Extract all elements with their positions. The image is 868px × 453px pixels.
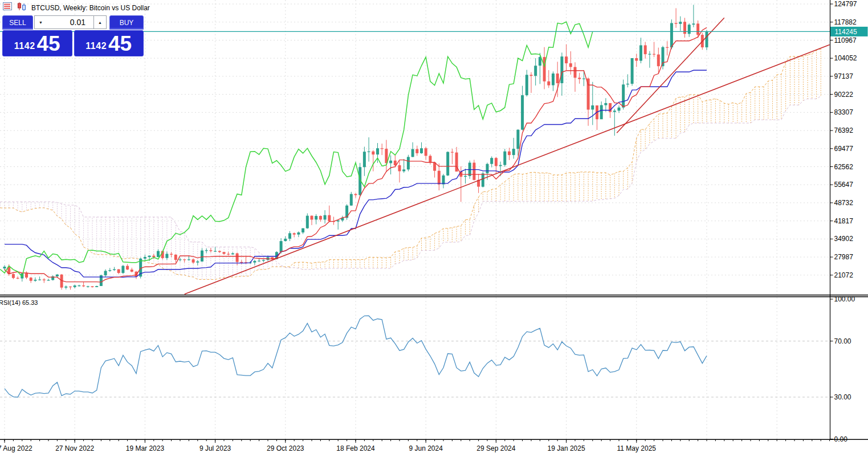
svg-text:27987: 27987 xyxy=(834,253,854,261)
arrow-up-icon: ▲ xyxy=(98,21,102,25)
chart-window: RSI(14) 65.33124797117882110967104052971… xyxy=(0,0,868,453)
current-price-tag: 114245 xyxy=(830,27,868,36)
svg-text:30.00: 30.00 xyxy=(834,393,851,401)
volume-input[interactable] xyxy=(47,15,93,29)
svg-text:29 Sep 2024: 29 Sep 2024 xyxy=(476,444,515,452)
one-click-trading-panel: SELL ▼ ▲ BUY 1142 45 1142 45 xyxy=(2,15,144,56)
sell-price-button[interactable]: 1142 45 xyxy=(2,30,72,56)
trade-panel-top-row: SELL ▼ ▲ BUY xyxy=(2,15,144,30)
sell-price-small: 1142 xyxy=(14,41,35,51)
trade-panel-price-row: 1142 45 1142 45 xyxy=(2,30,144,56)
quotes-grid-icon xyxy=(3,2,13,13)
svg-text:9 Jun 2024: 9 Jun 2024 xyxy=(409,444,443,452)
svg-text:90222: 90222 xyxy=(834,91,854,99)
svg-text:117882: 117882 xyxy=(834,18,857,26)
sell-button[interactable]: SELL xyxy=(2,15,33,30)
svg-text:41817: 41817 xyxy=(834,217,854,225)
svg-text:9 Jul 2023: 9 Jul 2023 xyxy=(199,444,231,452)
svg-text:100.00: 100.00 xyxy=(834,295,855,303)
svg-text:21072: 21072 xyxy=(834,271,854,279)
svg-text:104052: 104052 xyxy=(834,54,857,62)
rsi-indicator-label: RSI(14) 65.33 xyxy=(0,299,38,306)
svg-text:34902: 34902 xyxy=(834,235,854,243)
svg-text:114245: 114245 xyxy=(835,28,857,36)
svg-text:70.00: 70.00 xyxy=(834,337,851,345)
svg-text:83307: 83307 xyxy=(834,108,854,116)
chart-canvas[interactable]: RSI(14) 65.33124797117882110967104052971… xyxy=(0,0,868,453)
volume-increase-button[interactable]: ▲ xyxy=(93,15,107,29)
buy-price-button[interactable]: 1142 45 xyxy=(74,30,144,56)
chart-title: BTCUSD, Weekly: Bitcoin vs US Dollar xyxy=(31,4,150,12)
svg-text:48732: 48732 xyxy=(834,199,854,207)
svg-text:55647: 55647 xyxy=(834,181,854,189)
svg-text:19 Jan 2025: 19 Jan 2025 xyxy=(548,444,585,452)
chart-title-row: BTCUSD, Weekly: Bitcoin vs US Dollar xyxy=(3,2,150,13)
volume-decrease-button[interactable]: ▼ xyxy=(34,15,47,29)
svg-text:124797: 124797 xyxy=(834,0,857,8)
svg-text:11 May 2025: 11 May 2025 xyxy=(617,444,657,452)
svg-text:0.00: 0.00 xyxy=(834,435,848,443)
buy-button[interactable]: BUY xyxy=(109,15,144,30)
svg-text:62562: 62562 xyxy=(834,163,854,171)
candlestick-chart-icon xyxy=(17,2,27,13)
buy-price-small: 1142 xyxy=(85,41,107,51)
svg-text:110967: 110967 xyxy=(834,36,857,44)
svg-text:29 Oct 2023: 29 Oct 2023 xyxy=(267,444,304,452)
svg-text:18 Feb 2024: 18 Feb 2024 xyxy=(336,444,375,452)
svg-text:19 Mar 2023: 19 Mar 2023 xyxy=(126,444,165,452)
chart-background xyxy=(0,0,868,453)
svg-text:97137: 97137 xyxy=(834,72,854,80)
buy-price-big: 45 xyxy=(108,35,132,54)
svg-text:76392: 76392 xyxy=(834,126,854,134)
svg-text:7 Aug 2022: 7 Aug 2022 xyxy=(0,444,32,452)
arrow-down-icon: ▼ xyxy=(39,21,43,25)
svg-text:69477: 69477 xyxy=(834,145,854,153)
svg-text:27 Nov 2022: 27 Nov 2022 xyxy=(55,444,94,452)
sell-price-big: 45 xyxy=(37,35,60,54)
